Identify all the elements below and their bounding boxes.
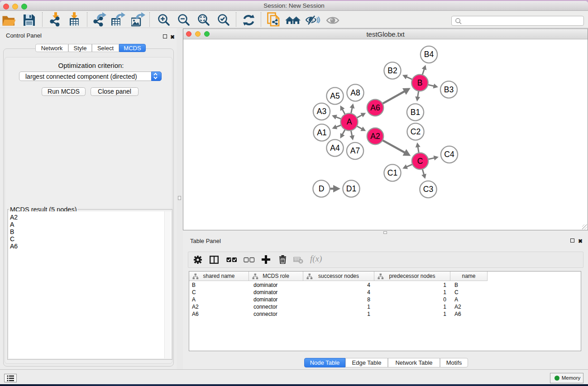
svg-text:B: B xyxy=(417,78,423,87)
svg-text:C2: C2 xyxy=(411,127,421,136)
svg-text:D: D xyxy=(319,184,325,193)
svg-text:B2: B2 xyxy=(387,66,397,75)
svg-text:A1: A1 xyxy=(317,128,326,137)
svg-text:C3: C3 xyxy=(423,185,433,194)
svg-text:A7: A7 xyxy=(350,146,360,155)
svg-text:A8: A8 xyxy=(350,88,360,97)
svg-text:C4: C4 xyxy=(444,150,454,159)
svg-text:B3: B3 xyxy=(444,85,454,94)
svg-text:A2: A2 xyxy=(370,132,380,141)
svg-text:C1: C1 xyxy=(387,168,397,177)
svg-text:A3: A3 xyxy=(317,107,326,116)
svg-text:A5: A5 xyxy=(330,91,339,100)
svg-text:B4: B4 xyxy=(424,50,434,59)
svg-text:A4: A4 xyxy=(330,143,340,152)
svg-text:A6: A6 xyxy=(370,103,380,112)
svg-text:C: C xyxy=(417,157,423,166)
svg-text:A: A xyxy=(347,117,352,126)
svg-text:D1: D1 xyxy=(346,184,356,193)
svg-text:B1: B1 xyxy=(411,108,420,117)
